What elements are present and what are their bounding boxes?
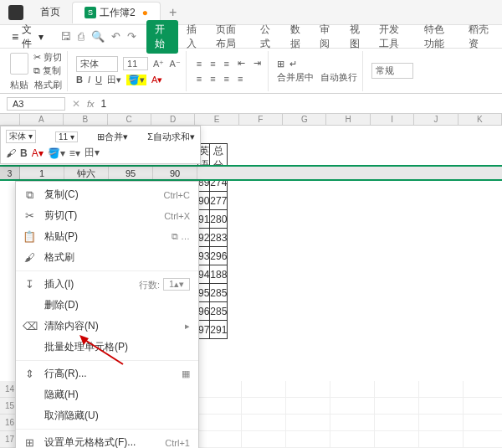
cell[interactable]: 285 xyxy=(210,284,228,302)
paste-icon[interactable] xyxy=(10,53,28,75)
mini-font-color-button[interactable]: A▾ xyxy=(32,147,44,159)
cell[interactable]: 95 xyxy=(198,284,210,302)
ribbon-tab-view[interactable]: 视图 xyxy=(343,23,371,51)
undo-icon[interactable]: ↶ xyxy=(111,30,120,43)
cell-d3[interactable]: 90 xyxy=(153,167,197,179)
name-box[interactable]: A3 xyxy=(7,97,65,111)
select-all-corner[interactable] xyxy=(0,114,20,125)
cell[interactable]: 92 xyxy=(198,229,210,247)
merge-icon[interactable]: ⊞ xyxy=(277,59,284,70)
menu-row-height[interactable]: ⇕ 行高(R)... ▦ xyxy=(16,363,198,384)
fx-icon[interactable]: fx xyxy=(87,99,95,109)
tab-home[interactable]: 首页 xyxy=(28,2,72,23)
wrap-icon[interactable]: ↵ xyxy=(289,59,297,70)
cell[interactable]: 280 xyxy=(210,210,228,229)
mini-bold-button[interactable]: B xyxy=(20,147,28,159)
font-size-select[interactable]: 11 xyxy=(123,57,148,70)
cell[interactable]: 94 xyxy=(198,265,210,284)
menu-insert[interactable]: ↧ 插入(I) 行数:1 ▴▾ xyxy=(16,274,198,295)
align-right-icon[interactable]: ≡ xyxy=(223,72,231,85)
mini-size-select[interactable]: 11 ▾ xyxy=(55,131,78,142)
align-left-icon[interactable]: ≡ xyxy=(195,72,203,85)
indent-inc-icon[interactable]: ⇥ xyxy=(252,56,263,70)
wrap-label[interactable]: 自动换行 xyxy=(320,71,357,84)
menu-batch[interactable]: 批量处理单元格(P) xyxy=(16,337,198,358)
cut-button[interactable]: ✂ 剪切 xyxy=(33,51,62,64)
cell[interactable]: 285 xyxy=(210,302,228,321)
cell[interactable]: 97 xyxy=(198,321,210,339)
increase-font-icon[interactable]: A⁺ xyxy=(153,59,164,70)
menu-unhide[interactable]: 取消隐藏(U) xyxy=(16,405,198,426)
ribbon-tab-review[interactable]: 审阅 xyxy=(313,23,341,51)
insert-rows-spinner[interactable]: 1 ▴▾ xyxy=(163,278,190,291)
cancel-icon[interactable]: ✕ xyxy=(72,98,80,110)
col-header[interactable]: C xyxy=(108,114,151,125)
ribbon-tab-docer[interactable]: 稻壳资 xyxy=(462,23,497,51)
formula-value[interactable]: 1 xyxy=(101,98,107,110)
cell[interactable]: 283 xyxy=(210,229,228,247)
mini-border-button[interactable]: 田▾ xyxy=(85,146,100,160)
ribbon-tab-pagelayout[interactable]: 页面布局 xyxy=(209,23,252,51)
ribbon-tab-insert[interactable]: 插入 xyxy=(180,23,208,51)
preview-icon[interactable]: 🔍 xyxy=(91,30,105,43)
ribbon-tab-data[interactable]: 数据 xyxy=(284,23,312,51)
cell-c3[interactable]: 95 xyxy=(109,167,153,179)
col-header[interactable]: B xyxy=(64,114,107,125)
menu-format-painter[interactable]: 🖌 格式刷 xyxy=(16,247,198,268)
file-menu[interactable]: 文件 ▾ xyxy=(5,21,50,53)
col-header[interactable]: A xyxy=(20,114,64,125)
col-header[interactable]: H xyxy=(326,114,370,125)
tab-add-button[interactable]: + xyxy=(161,5,185,20)
decrease-font-icon[interactable]: A⁻ xyxy=(169,59,180,70)
paste-label[interactable]: 粘贴 xyxy=(10,79,28,91)
mini-fill-color-button[interactable]: 🪣▾ xyxy=(48,147,65,159)
menu-clear[interactable]: ⌫ 清除内容(N) ▸ xyxy=(16,316,198,337)
save-icon[interactable]: 🖫 xyxy=(60,30,71,43)
italic-button[interactable]: I xyxy=(88,75,90,85)
number-format-select[interactable]: 常规 xyxy=(371,63,413,79)
menu-delete[interactable]: 删除(D) xyxy=(16,295,198,316)
indent-dec-icon[interactable]: ⇤ xyxy=(236,56,247,70)
menu-paste[interactable]: 📋 粘贴(P) ⧉ … xyxy=(16,226,198,247)
cell[interactable]: 296 xyxy=(210,247,228,265)
menu-hide[interactable]: 隐藏(H) xyxy=(16,384,198,405)
paste-options-icon[interactable]: ⧉ … xyxy=(172,231,190,242)
copy-button[interactable]: ⧉ 复制 xyxy=(33,64,62,77)
col-header[interactable]: E xyxy=(195,114,238,125)
ribbon-tab-formula[interactable]: 公式 xyxy=(254,23,282,51)
menu-copy[interactable]: ⧉ 复制(C) Ctrl+C xyxy=(16,184,198,205)
font-name-select[interactable]: 宋体 xyxy=(76,56,118,72)
border-button[interactable]: 田▾ xyxy=(107,74,121,86)
col-header[interactable]: I xyxy=(371,114,414,125)
mini-font-select[interactable]: 宋体 ▾ xyxy=(6,130,36,143)
cell-b3[interactable]: 钟六 xyxy=(64,167,109,179)
underline-button[interactable]: U xyxy=(95,75,102,85)
menu-format-cells[interactable]: ⊞ 设置单元格格式(F)... Ctrl+1 xyxy=(16,432,198,448)
col-header[interactable]: G xyxy=(283,114,326,125)
cell-a3[interactable]: 1 xyxy=(20,167,64,179)
col-header[interactable]: K xyxy=(458,114,502,125)
cell[interactable]: 277 xyxy=(210,192,228,210)
print-icon[interactable]: ⎙ xyxy=(78,30,85,43)
cell[interactable]: 93 xyxy=(198,247,210,265)
redo-icon[interactable]: ↷ xyxy=(127,30,136,43)
cell[interactable]: 91 xyxy=(198,210,210,229)
menu-cut[interactable]: ✂ 剪切(T) Ctrl+X xyxy=(16,205,198,226)
col-header[interactable]: D xyxy=(151,114,195,125)
cell[interactable]: 96 xyxy=(198,302,210,321)
col-header[interactable]: J xyxy=(414,114,458,125)
row-header-3[interactable]: 3 xyxy=(0,167,20,179)
mini-autosum-button[interactable]: Σ自动求和▾ xyxy=(147,131,195,143)
font-color-button[interactable]: A▾ xyxy=(151,75,162,85)
mini-merge-button[interactable]: ⊞合并▾ xyxy=(97,131,128,143)
bold-button[interactable]: B xyxy=(76,75,83,85)
cell[interactable]: 291 xyxy=(210,321,228,339)
align-middle-icon[interactable]: ≡ xyxy=(208,57,217,70)
ribbon-tab-dev[interactable]: 开发工具 xyxy=(372,23,415,51)
justify-icon[interactable]: ≡ xyxy=(236,72,244,85)
align-center-icon[interactable]: ≡ xyxy=(208,72,217,85)
merge-label[interactable]: 合并居中 xyxy=(277,71,314,84)
align-top-icon[interactable]: ≡ xyxy=(195,57,203,70)
cell[interactable]: 188 xyxy=(210,265,228,284)
format-painter-button[interactable]: 格式刷 xyxy=(34,79,62,91)
